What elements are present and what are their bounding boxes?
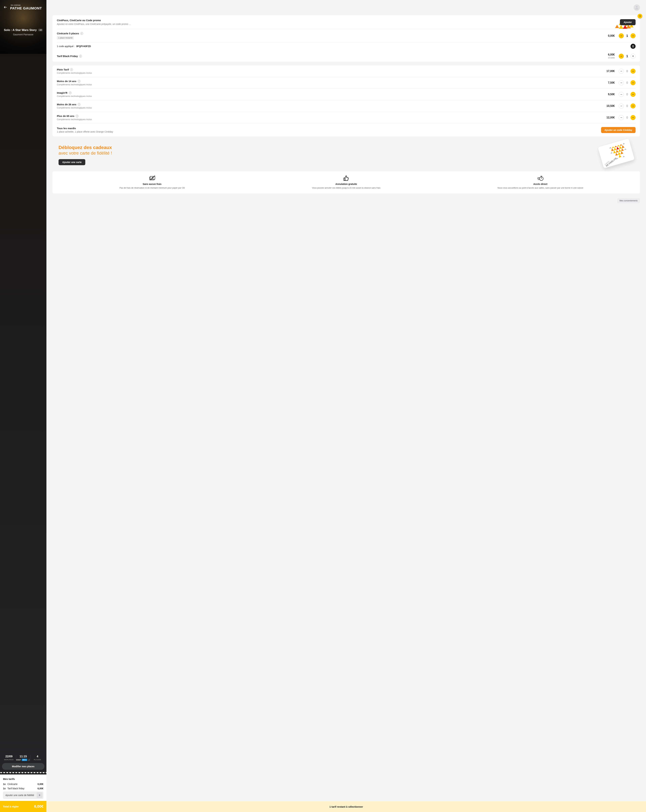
consent-button[interactable]: Mes consentements [617,198,640,203]
svg-marker-34 [622,156,625,157]
add-promo-button[interactable]: Ajouter [620,19,635,25]
rate-price: 6,00€ 17,00€ [608,53,615,59]
benefit-no-fees: Sans aucun frais Pas de frais de réserva… [56,175,248,189]
qty-stepper: −0− [619,104,635,108]
info-icon[interactable]: i [78,80,80,82]
plus-button[interactable]: − [631,80,635,85]
minus-button[interactable]: − [619,80,624,85]
consent-row: Mes consentements [46,198,646,206]
svg-marker-12 [611,146,614,148]
ticket-perforation [0,772,46,774]
modify-seats-button[interactable]: Modifier mes places [2,763,44,770]
benefits-row: Sans aucun frais Pas de frais de réserva… [52,171,640,194]
svg-rect-39 [344,178,345,181]
my-rates-title: Mes tarifs [3,777,43,780]
rate-row: Plus de 65 ans iCompléments technologiqu… [52,112,640,123]
qty-stepper: −0− [619,80,635,85]
qty-stepper: −0− [619,92,635,97]
rate-price: 17,00€ [606,70,615,73]
cinema-name: Gaumont Parnasse [3,33,43,36]
avatar[interactable] [634,5,640,11]
user-icon [634,5,639,10]
remaining-banner: 1 tarif restant à sélectionner [46,801,646,812]
gifts-block: Débloquez des cadeaux avec votre carte d… [52,140,640,167]
svg-marker-8 [619,25,623,29]
add-loyalty-card-row[interactable]: Ajouter une carte de fidélité + [3,792,43,799]
cineday-row: Tous les mardis 1 place achetée, 1 place… [52,124,640,136]
rate-price: 7,50€ [608,81,615,84]
plus-button[interactable]: − [631,115,635,120]
promo-card: CinéPass, CinéCarte ou Code promo Ajoute… [52,15,640,62]
rate-price: 10,50€ [606,104,615,107]
arrow-left-icon [3,5,7,9]
back-button[interactable] [3,5,8,9]
rates-card: Plein Tarif iCompléments technologiques … [52,66,640,136]
benefit-direct: Accès direct Nous vous accueillons au po… [444,175,637,189]
svg-marker-30 [622,143,625,145]
info-icon[interactable]: i [76,115,78,118]
remaining-badge: 1 place restante [57,36,74,40]
my-rate-row: 1x Tarif black friday 6,00€ [3,787,43,790]
plus-button[interactable]: − [631,33,635,38]
add-cineday-button[interactable]: Ajouter un code Cinéday [601,127,635,133]
age-badge: -12 [38,29,43,31]
info-icon[interactable]: i [80,32,83,35]
info-icon[interactable]: i [79,55,82,58]
delete-code-button[interactable] [631,44,635,49]
trash-icon [632,45,634,47]
svg-marker-15 [619,144,622,146]
svg-marker-16 [611,148,614,151]
benefit-cancel: Annulation gratuite Vous pouvez annuler … [250,175,443,189]
rate-price: 12,00€ [606,116,615,119]
session-summary: 22/09 MERCREDI 11:15 VOST IMAX 4 PLACES … [0,752,46,772]
minus-button[interactable]: − [619,115,624,120]
plus-button[interactable]: + [631,53,635,59]
my-rates-panel: Mes tarifs 1x Cinécarte 0,00€ 1x Tarif b… [0,774,46,801]
svg-marker-29 [609,147,611,148]
minus-button[interactable]: − [619,92,624,97]
sidebar-hero: les cinémas PATHE GAUMONT Solo : A Star … [0,0,46,54]
qty-stepper: − 1 − [619,33,635,38]
info-icon[interactable]: i [69,92,72,94]
minus-button[interactable]: − [619,104,624,108]
svg-marker-14 [617,145,620,147]
qty-stepper: − 1 + [619,53,635,59]
promo-desc: Ajoutez ici votre CinéPass, une CinéCart… [57,23,620,25]
brand-name: PATHE GAUMONT [10,6,42,10]
svg-marker-32 [624,148,626,150]
applied-code-row: 1 code appliqué : 3FQFV43FZD [52,43,640,50]
svg-point-3 [636,6,637,8]
topbar [46,0,646,11]
session-time: 11:15 VOST IMAX [16,755,31,761]
brand-logo: les cinémas PATHE GAUMONT [10,5,42,10]
sidebar: les cinémas PATHE GAUMONT Solo : A Star … [0,0,46,812]
rate-price: 0,00€ [608,34,615,37]
plus-button[interactable]: − [631,92,635,97]
svg-marker-13 [614,145,617,147]
add-loyalty-card-button[interactable]: Ajouter une carte [58,159,85,165]
wheelchair-icon [28,759,30,761]
minus-button[interactable]: − [619,33,624,38]
rate-row-blackfriday: Tarif Black Friday i 6,00€ 17,00€ − 1 + [52,50,640,62]
rate-row: Imagin'R iCompléments technologiques inc… [52,89,640,100]
plus-button[interactable]: − [631,104,635,108]
qty-stepper: −0− [619,115,635,120]
session-seats: 4 PLACES [30,755,44,760]
stopwatch-icon [537,175,544,181]
lang-tag: VOST [16,759,21,761]
info-icon[interactable]: i [70,68,73,71]
rate-row: Plein Tarif iCompléments technologiques … [52,66,640,77]
svg-point-1 [29,759,29,759]
svg-point-2 [28,760,29,761]
rate-row-cinecarte: Cinécarte 5 places i 1 place restante 0,… [52,29,640,42]
plus-button[interactable]: − [631,69,635,74]
svg-marker-9 [623,25,628,29]
info-icon[interactable]: i [78,103,80,106]
thumbs-up-icon [344,175,349,181]
minus-button[interactable]: − [619,53,624,59]
svg-marker-31 [610,152,613,154]
minus-button[interactable]: − [619,69,624,74]
my-rate-row: 1x Cinécarte 0,00€ [3,783,43,785]
movie-title: Solo : A Star Wars Story [4,28,37,32]
no-fees-icon [148,175,156,181]
